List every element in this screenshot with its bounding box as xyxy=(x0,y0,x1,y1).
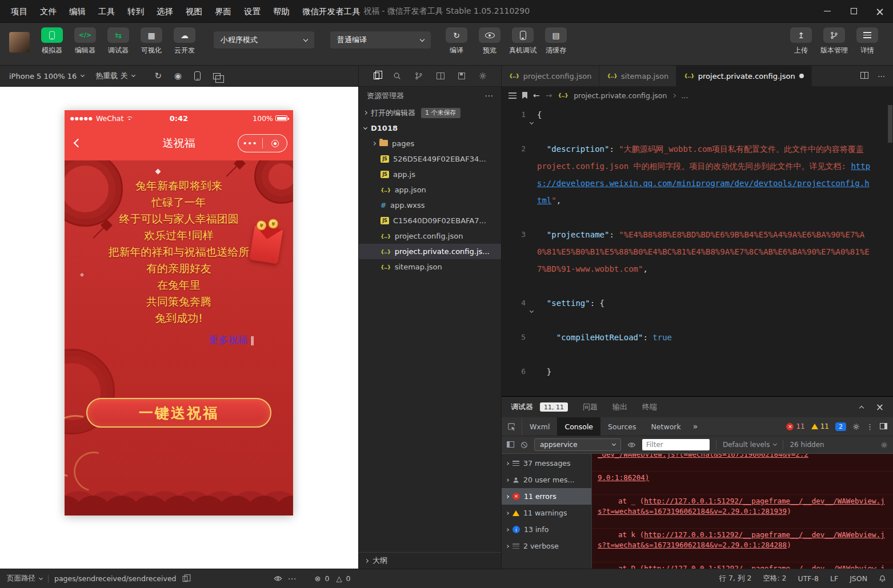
filter-input[interactable]: Filter xyxy=(642,439,710,450)
file-item[interactable]: JS C15640D09F02EBAFA7... xyxy=(359,213,501,228)
menu-item[interactable]: 微信开发者工具 xyxy=(296,0,367,23)
file-item[interactable]: JS app.js xyxy=(359,167,501,182)
tool-button-details[interactable]: 详情 xyxy=(851,27,884,55)
compile-mode-dropdown[interactable]: 普通编译 xyxy=(330,31,431,49)
code-line[interactable]: 4 "setting": { xyxy=(502,295,887,329)
split-editor-icon[interactable] xyxy=(860,72,868,80)
menu-item[interactable]: 文件 xyxy=(34,0,63,23)
problems-summary[interactable]: ⊗0 △0 xyxy=(315,574,351,583)
save-icon[interactable] xyxy=(458,73,465,79)
warning-count-badge[interactable]: 11 xyxy=(811,422,829,430)
menu-item[interactable]: 视图 xyxy=(179,0,209,23)
log-levels-dropdown[interactable]: Default levels xyxy=(723,441,776,449)
more-actions-icon[interactable]: ⋯ xyxy=(288,574,297,584)
menu-item[interactable]: 转到 xyxy=(121,0,150,23)
file-item[interactable]: {..} project.config.json xyxy=(359,228,501,244)
layout-icon[interactable] xyxy=(437,73,445,79)
dock-side-icon[interactable] xyxy=(880,422,887,431)
context-selector[interactable]: appservice xyxy=(534,438,621,451)
source-control-icon[interactable] xyxy=(415,72,423,80)
tool-button-debugger[interactable]: ⇆ 调试器 xyxy=(102,27,135,55)
menu-item[interactable]: 界面 xyxy=(209,0,238,23)
tool-button-compile[interactable]: ↻ 编译 xyxy=(440,27,473,55)
outline-section[interactable]: 大纲 xyxy=(359,552,501,569)
screen-record-icon[interactable]: ◉ xyxy=(174,71,182,81)
breadcrumb-file[interactable]: project.private.config.json xyxy=(574,91,667,100)
console-filter-warning[interactable]: 11 warnings xyxy=(502,505,591,521)
menu-item[interactable]: 选择 xyxy=(150,0,179,23)
tab-overflow-icon[interactable]: » xyxy=(688,417,703,436)
eye-icon[interactable] xyxy=(627,441,636,449)
indent-setting[interactable]: 空格: 2 xyxy=(763,574,786,583)
devtools-tab-Network[interactable]: Network xyxy=(644,417,688,436)
console-filter-user[interactable]: 20 user mes... xyxy=(502,472,591,488)
scrollbar-thumb[interactable] xyxy=(888,105,892,143)
more-actions-icon[interactable]: ⋯ xyxy=(484,91,493,101)
current-page-path[interactable]: pages/sendreceived/sendreceived xyxy=(54,574,177,583)
fold-arrow-icon[interactable] xyxy=(526,295,537,329)
editor-tab[interactable]: {..} sitemap.json xyxy=(599,66,676,86)
file-item[interactable]: JS 526D5E449F02EBAF34... xyxy=(359,151,501,167)
open-editors-section[interactable]: 打开的编辑器 1 个未保存 xyxy=(359,105,501,120)
console-link[interactable]: 9.0:1:86204) xyxy=(598,473,649,482)
editor-tab[interactable]: {..} project.private.config.json xyxy=(676,66,812,86)
tab-problems[interactable]: 问题 xyxy=(583,402,598,412)
avatar[interactable] xyxy=(9,32,30,53)
project-root-folder[interactable]: D1018 xyxy=(359,120,501,136)
tool-button-cloud[interactable]: ☁ 云开发 xyxy=(168,27,201,55)
bookmark-icon[interactable] xyxy=(522,92,527,99)
outline-list-icon[interactable] xyxy=(508,92,516,99)
close-button[interactable]: × xyxy=(867,0,893,23)
inspect-element-icon[interactable] xyxy=(502,417,522,436)
maximize-button[interactable] xyxy=(840,0,867,23)
encoding[interactable]: UTF-8 xyxy=(798,574,819,583)
tool-button-clearcache[interactable]: ▤ 清缓存 xyxy=(539,27,572,55)
file-item[interactable]: {..} app.json xyxy=(359,182,501,198)
navigate-back-icon[interactable]: ← xyxy=(533,91,540,100)
error-count-badge[interactable]: ×11 xyxy=(786,422,804,430)
rotate-refresh-icon[interactable]: ↻ xyxy=(154,71,162,81)
file-item[interactable]: pages xyxy=(359,136,501,151)
code-line[interactable]: 5 "compileHotReLoad": true xyxy=(502,329,887,363)
code-line[interactable]: 1 { xyxy=(502,106,887,140)
back-icon[interactable] xyxy=(74,139,83,148)
tool-button-realdevice[interactable]: 真机调试 xyxy=(506,27,539,55)
console-filter-verbose[interactable]: 2 verbose xyxy=(502,538,591,554)
breadcrumb-more[interactable]: ... xyxy=(681,91,688,100)
devtools-tab-Console[interactable]: Console xyxy=(557,417,600,436)
console-filter-info[interactable]: i 13 info xyxy=(502,521,591,538)
console-filter-messages[interactable]: 37 messages xyxy=(502,455,591,472)
file-item[interactable]: # app.wxss xyxy=(359,198,501,213)
console-settings-icon[interactable] xyxy=(880,441,888,449)
hot-reload-toggle[interactable]: 热重载 关 xyxy=(95,71,135,81)
code-line[interactable]: 2 "description": "大鹏源码网_wobbt.com项目私有配置文… xyxy=(502,140,887,226)
minimize-button[interactable] xyxy=(814,0,840,23)
cursor-position[interactable]: 行 7, 列 2 xyxy=(719,574,752,583)
tab-output[interactable]: 输出 xyxy=(612,402,627,412)
devtools-tab-Sources[interactable]: Sources xyxy=(600,417,643,436)
devtools-settings-icon[interactable] xyxy=(852,423,860,430)
clear-console-icon[interactable] xyxy=(520,441,528,449)
tool-button-version[interactable]: 版本管理 xyxy=(818,27,851,55)
files-icon[interactable] xyxy=(374,73,379,79)
tool-button-visual[interactable]: ▦ 可视化 xyxy=(135,27,168,55)
page-path-dropdown[interactable]: 页面路径 xyxy=(7,574,42,583)
bell-icon[interactable] xyxy=(879,575,886,582)
device-selector[interactable]: iPhone 5 100% 16 xyxy=(9,72,84,80)
tool-button-editor[interactable]: </> 编辑器 xyxy=(69,27,102,55)
navigate-forward-icon[interactable]: → xyxy=(546,91,552,100)
code-line[interactable]: 6 } xyxy=(502,363,887,396)
close-panel-icon[interactable]: × xyxy=(876,401,884,413)
tools-icon[interactable] xyxy=(479,72,487,80)
tool-button-preview[interactable]: 预览 xyxy=(473,27,506,55)
menu-item[interactable]: 设置 xyxy=(238,0,267,23)
eye-icon[interactable] xyxy=(274,574,282,583)
mode-dropdown[interactable]: 小程序模式 xyxy=(214,31,314,49)
console-link[interactable]: _dev_/WAWebview.js?t=wechat&s=1673196062… xyxy=(598,454,808,458)
menu-item[interactable]: 编辑 xyxy=(63,0,92,23)
capsule-close-button[interactable] xyxy=(263,140,287,147)
sidebar-toggle-icon[interactable] xyxy=(507,441,514,449)
file-item[interactable]: {..} project.private.config.js... xyxy=(359,244,501,259)
code-line[interactable]: 3 "projectname": "%E4%B8%8B%E8%BD%BD%E6%… xyxy=(502,226,887,295)
send-blessing-button[interactable]: 一键送祝福 xyxy=(86,398,271,428)
